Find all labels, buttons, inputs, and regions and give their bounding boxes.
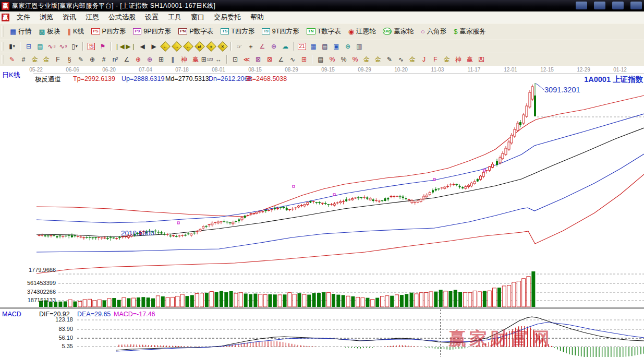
wave-3-button[interactable]: ∿3 [46, 41, 57, 51]
gann-compass-button[interactable]: ⊕ [268, 41, 280, 51]
wave-9-button[interactable]: ∿9 [57, 41, 69, 51]
expand-all-button[interactable]: ＋ [206, 41, 216, 52]
notebook-button[interactable]: ▤ [319, 41, 331, 51]
spider-grid-button[interactable]: ⊞ [155, 54, 167, 64]
calculator-button[interactable]: ▦ [308, 41, 319, 51]
menu-item-4[interactable]: 公式选股 [104, 13, 140, 22]
menu-item-9[interactable]: 帮助 [246, 13, 269, 22]
candle-compare-dropdown-button[interactable]: ▯▾ [69, 41, 80, 51]
scale-ruler-button[interactable]: ▤ [315, 54, 326, 64]
window-button-icon[interactable] [576, 2, 587, 9]
9p-square-button[interactable]: P99P四方形 [129, 26, 175, 37]
toolbar-grip[interactable] [2, 26, 4, 37]
winner-service-button[interactable]: $赢家服务 [450, 26, 489, 37]
print-button[interactable]: ▥ [354, 41, 365, 51]
n-square-button[interactable]: n² [110, 54, 121, 64]
web-share-button[interactable]: ⊕ [342, 41, 354, 51]
shift-right-button[interactable]: → [172, 41, 182, 52]
menu-item-5[interactable]: 设置 [140, 13, 163, 22]
winner-wheel-button[interactable]: Big赢家轮 [379, 26, 417, 37]
red-grid-button[interactable]: ⊞ [298, 54, 310, 64]
toolbar-grip[interactable] [2, 55, 4, 64]
toolbar-grip[interactable] [2, 42, 4, 51]
quotes-button[interactable]: ▦行情 [6, 26, 35, 37]
kline-button[interactable]: ∥K线 [64, 26, 88, 37]
window-button-icon[interactable] [612, 2, 624, 9]
p-number-table-button[interactable]: PNP数字表 [175, 26, 217, 37]
percent-tool-button[interactable]: % [338, 54, 349, 64]
f-angle-button[interactable]: F [430, 54, 441, 64]
si-angle-button[interactable]: 四 [476, 54, 487, 64]
fibo-lines-button[interactable]: F [52, 54, 64, 64]
prev-bar-button[interactable]: ◀ [137, 41, 148, 51]
info-panel-button[interactable]: ▤ [34, 41, 46, 51]
zoom-in-horizontal-button[interactable]: ⇄ [195, 41, 205, 52]
window-button-icon[interactable] [630, 2, 642, 9]
gann-circle-button[interactable]: ⊕ [87, 54, 98, 64]
gold-circle-button[interactable]: 金 [361, 54, 372, 64]
menu-item-0[interactable]: 文件 [12, 13, 35, 22]
gold-grid-1-button[interactable]: 金 [29, 54, 41, 64]
gold-angle-2-button[interactable]: 金 [441, 54, 453, 64]
menu-item-2[interactable]: 资讯 [58, 13, 81, 22]
first-bar-button[interactable]: ❘◀ [114, 41, 125, 51]
window-controls[interactable] [576, 2, 642, 9]
shen-angle-button[interactable]: 神 [453, 54, 464, 64]
window-button-icon[interactable] [594, 2, 605, 9]
gann-wheel-button[interactable]: ◉江恩轮 [345, 26, 380, 37]
gann-shape-button[interactable]: ⊟ [23, 41, 34, 51]
calendar-button[interactable]: 21 [296, 41, 308, 51]
pattern-box-button[interactable]: ⊠ [252, 54, 264, 64]
crosshair-tool-button[interactable]: ＋ [245, 41, 257, 51]
hand-tool-button[interactable]: ☞ [234, 41, 245, 51]
menu-item-8[interactable]: 交易委托 [209, 13, 246, 22]
hash-lines-2-button[interactable]: # [98, 54, 110, 64]
9t-square-button[interactable]: T99T四方形 [258, 26, 302, 37]
menu-item-1[interactable]: 浏览 [35, 13, 58, 22]
t-square-button[interactable]: TST四方形 [217, 26, 258, 37]
hatch-lines-button[interactable]: # [18, 54, 29, 64]
trend-lines-button[interactable]: ∠ [275, 54, 287, 64]
ying-angle-button[interactable]: 赢 [464, 54, 476, 64]
percent-line-button[interactable]: % [349, 54, 361, 64]
shen-grid-button[interactable]: 神 [178, 54, 190, 64]
fan-lines-button[interactable]: ≪ [241, 54, 252, 64]
zoom-out-horizontal-button[interactable]: ↔ [183, 41, 193, 52]
pen-tool-button[interactable]: ✎ [75, 54, 87, 64]
compass-target-button[interactable]: ⊕ [132, 54, 144, 64]
chart-area[interactable]: 05-2206-0606-2007-0407-1808-0108-1508-29… [0, 66, 644, 357]
ruler-123-button[interactable]: ⊞123 [201, 54, 213, 64]
brush-tool-button[interactable]: ✎ [6, 54, 18, 64]
shade-box-button[interactable]: ⊠ [264, 54, 275, 64]
menu-item-3[interactable]: 江恩 [81, 13, 104, 22]
box-select-button[interactable]: ⊡ [229, 54, 241, 64]
gold-grid-2-button[interactable]: 金 [41, 54, 52, 64]
candle-style-dropdown-button[interactable]: ▮▾ [6, 41, 18, 51]
angle-ruler-button[interactable]: ∠ [257, 41, 268, 51]
ink-pen-button[interactable]: ✎ [384, 54, 395, 64]
web-circle-button[interactable]: ⊕ [144, 54, 155, 64]
hexagon-button[interactable]: ○六角形 [417, 26, 450, 37]
last-bar-button[interactable]: ▶❘ [125, 41, 137, 51]
save-button[interactable]: ▣ [331, 41, 342, 51]
mirror-angle-button[interactable]: ∠ [121, 54, 132, 64]
j-angle-button[interactable]: J [418, 54, 430, 64]
menu-item-7[interactable]: 窗口 [186, 13, 209, 22]
channel-wave-button[interactable]: ∿ [395, 54, 407, 64]
spiral-tool-button[interactable]: § [64, 54, 75, 64]
gold-line-button[interactable]: 金 [372, 54, 384, 64]
percent-angle-button[interactable]: % [326, 54, 338, 64]
t-number-table-button[interactable]: TNT数字表 [303, 26, 345, 37]
stock-picker-button[interactable]: 选 [86, 41, 97, 51]
menu-item-6[interactable]: 工具 [163, 13, 186, 22]
shift-left-button[interactable]: ← [160, 41, 171, 52]
compress-all-button[interactable]: ✕ [217, 41, 228, 52]
color-ribbon-button[interactable]: ⚑ [97, 41, 108, 51]
next-bar-button[interactable]: ▶ [148, 41, 160, 51]
polyline-tool-button[interactable]: ∿ [287, 54, 298, 64]
double-bars-button[interactable]: ∥ [167, 54, 178, 64]
width-measure-button[interactable]: ↔ [213, 54, 224, 64]
thought-cloud-button[interactable]: ☁ [280, 41, 291, 51]
sectors-button[interactable]: ▩板块 [35, 26, 64, 37]
gold-angle-button[interactable]: 金 [407, 54, 418, 64]
